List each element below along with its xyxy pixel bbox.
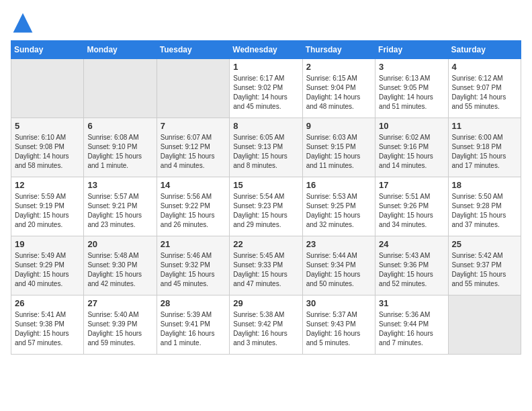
calendar-cell: 30 Sunrise: 5:37 AMSunset: 9:43 PMDaylig… [302,295,375,355]
calendar-week-row: 26 Sunrise: 5:41 AMSunset: 9:38 PMDaylig… [11,295,521,355]
day-info: Sunrise: 6:13 AMSunset: 9:05 PMDaylight:… [379,74,444,111]
calendar-cell: 31 Sunrise: 5:36 AMSunset: 9:44 PMDaylig… [375,295,448,355]
day-number: 11 [452,121,517,131]
day-number: 18 [452,180,517,190]
calendar-cell: 9 Sunrise: 6:03 AMSunset: 9:15 PMDayligh… [302,118,375,177]
calendar-cell: 21 Sunrise: 5:46 AMSunset: 9:32 PMDaylig… [157,236,229,295]
calendar-cell: 1 Sunrise: 6:17 AMSunset: 9:02 PMDayligh… [230,59,302,118]
day-number: 24 [379,239,444,249]
day-number: 15 [233,180,298,190]
day-info: Sunrise: 6:05 AMSunset: 9:13 PMDaylight:… [233,133,298,171]
calendar-cell [11,59,84,118]
day-number: 6 [87,121,152,131]
day-info: Sunrise: 5:42 AMSunset: 9:37 PMDaylight:… [452,251,517,289]
day-info: Sunrise: 5:48 AMSunset: 9:30 PMDaylight:… [87,251,152,289]
weekday-header: Saturday [448,41,521,59]
calendar-cell: 23 Sunrise: 5:44 AMSunset: 9:34 PMDaylig… [302,236,375,295]
calendar-cell: 10 Sunrise: 6:02 AMSunset: 9:16 PMDaylig… [375,118,448,177]
day-number: 16 [306,180,371,190]
calendar-cell: 24 Sunrise: 5:43 AMSunset: 9:36 PMDaylig… [375,236,448,295]
calendar-cell: 4 Sunrise: 6:12 AMSunset: 9:07 PMDayligh… [448,59,521,118]
day-info: Sunrise: 6:10 AMSunset: 9:08 PMDaylight:… [15,133,80,171]
day-number: 7 [161,121,226,131]
day-info: Sunrise: 6:08 AMSunset: 9:10 PMDaylight:… [87,133,152,171]
day-number: 22 [233,239,298,249]
day-info: Sunrise: 6:12 AMSunset: 9:07 PMDaylight:… [452,74,517,111]
calendar-week-row: 19 Sunrise: 5:49 AMSunset: 9:29 PMDaylig… [11,236,521,295]
calendar-cell: 29 Sunrise: 5:38 AMSunset: 9:42 PMDaylig… [230,295,302,355]
day-info: Sunrise: 5:44 AMSunset: 9:34 PMDaylight:… [306,251,371,289]
day-number: 26 [15,298,80,308]
day-number: 4 [452,62,517,72]
day-info: Sunrise: 5:50 AMSunset: 9:28 PMDaylight:… [452,192,517,230]
day-number: 23 [306,239,371,249]
calendar-cell: 11 Sunrise: 6:00 AMSunset: 9:18 PMDaylig… [448,118,521,177]
day-info: Sunrise: 6:17 AMSunset: 9:02 PMDaylight:… [233,74,298,111]
calendar-body: 1 Sunrise: 6:17 AMSunset: 9:02 PMDayligh… [11,59,521,355]
day-number: 3 [379,62,444,72]
day-info: Sunrise: 5:37 AMSunset: 9:43 PMDaylight:… [306,310,371,348]
day-info: Sunrise: 5:54 AMSunset: 9:23 PMDaylight:… [233,192,298,230]
calendar-cell: 6 Sunrise: 6:08 AMSunset: 9:10 PMDayligh… [84,118,157,177]
day-info: Sunrise: 5:40 AMSunset: 9:39 PMDaylight:… [87,310,152,348]
day-number: 28 [161,298,226,308]
day-info: Sunrise: 5:41 AMSunset: 9:38 PMDaylight:… [15,310,80,348]
page-header [11,11,521,35]
calendar-header: SundayMondayTuesdayWednesdayThursdayFrid… [11,41,521,59]
logo [11,11,38,35]
weekday-header: Monday [84,41,157,59]
calendar-cell [448,295,521,355]
calendar-cell: 22 Sunrise: 5:45 AMSunset: 9:33 PMDaylig… [230,236,302,295]
day-info: Sunrise: 5:56 AMSunset: 9:22 PMDaylight:… [161,192,226,230]
day-info: Sunrise: 6:02 AMSunset: 9:16 PMDaylight:… [379,133,444,171]
calendar-cell: 20 Sunrise: 5:48 AMSunset: 9:30 PMDaylig… [84,236,157,295]
day-number: 9 [306,121,371,131]
day-number: 19 [15,239,80,249]
day-number: 27 [87,298,152,308]
calendar-cell: 17 Sunrise: 5:51 AMSunset: 9:26 PMDaylig… [375,177,448,236]
calendar-cell: 12 Sunrise: 5:59 AMSunset: 9:19 PMDaylig… [11,177,84,236]
day-info: Sunrise: 5:45 AMSunset: 9:33 PMDaylight:… [233,251,298,289]
day-info: Sunrise: 6:07 AMSunset: 9:12 PMDaylight:… [161,133,226,171]
day-number: 30 [306,298,371,308]
day-info: Sunrise: 5:59 AMSunset: 9:19 PMDaylight:… [15,192,80,230]
day-number: 14 [161,180,226,190]
calendar-cell: 27 Sunrise: 5:40 AMSunset: 9:39 PMDaylig… [84,295,157,355]
calendar-cell [157,59,229,118]
day-info: Sunrise: 5:36 AMSunset: 9:44 PMDaylight:… [379,310,444,348]
logo-icon [11,11,35,35]
day-info: Sunrise: 5:57 AMSunset: 9:21 PMDaylight:… [87,192,152,230]
calendar-week-row: 5 Sunrise: 6:10 AMSunset: 9:08 PMDayligh… [11,118,521,177]
calendar-cell: 15 Sunrise: 5:54 AMSunset: 9:23 PMDaylig… [230,177,302,236]
day-number: 29 [233,298,298,308]
calendar-cell: 13 Sunrise: 5:57 AMSunset: 9:21 PMDaylig… [84,177,157,236]
day-number: 2 [306,62,371,72]
day-number: 8 [233,121,298,131]
calendar-cell: 8 Sunrise: 6:05 AMSunset: 9:13 PMDayligh… [230,118,302,177]
day-info: Sunrise: 5:43 AMSunset: 9:36 PMDaylight:… [379,251,444,289]
calendar-cell: 19 Sunrise: 5:49 AMSunset: 9:29 PMDaylig… [11,236,84,295]
day-number: 12 [15,180,80,190]
weekday-header: Sunday [11,41,84,59]
calendar-cell: 14 Sunrise: 5:56 AMSunset: 9:22 PMDaylig… [157,177,229,236]
day-info: Sunrise: 5:49 AMSunset: 9:29 PMDaylight:… [15,251,80,289]
day-info: Sunrise: 6:00 AMSunset: 9:18 PMDaylight:… [452,133,517,171]
day-info: Sunrise: 6:03 AMSunset: 9:15 PMDaylight:… [306,133,371,171]
calendar-week-row: 12 Sunrise: 5:59 AMSunset: 9:19 PMDaylig… [11,177,521,236]
day-info: Sunrise: 5:46 AMSunset: 9:32 PMDaylight:… [161,251,226,289]
day-number: 5 [15,121,80,131]
calendar-cell [84,59,157,118]
weekday-header: Thursday [302,41,375,59]
day-number: 31 [379,298,444,308]
day-number: 25 [452,239,517,249]
calendar-cell: 16 Sunrise: 5:53 AMSunset: 9:25 PMDaylig… [302,177,375,236]
day-number: 1 [233,62,298,72]
day-info: Sunrise: 5:38 AMSunset: 9:42 PMDaylight:… [233,310,298,348]
calendar-cell: 5 Sunrise: 6:10 AMSunset: 9:08 PMDayligh… [11,118,84,177]
day-number: 20 [87,239,152,249]
calendar-cell: 26 Sunrise: 5:41 AMSunset: 9:38 PMDaylig… [11,295,84,355]
day-number: 17 [379,180,444,190]
day-info: Sunrise: 5:51 AMSunset: 9:26 PMDaylight:… [379,192,444,230]
calendar-cell: 2 Sunrise: 6:15 AMSunset: 9:04 PMDayligh… [302,59,375,118]
calendar-cell: 25 Sunrise: 5:42 AMSunset: 9:37 PMDaylig… [448,236,521,295]
